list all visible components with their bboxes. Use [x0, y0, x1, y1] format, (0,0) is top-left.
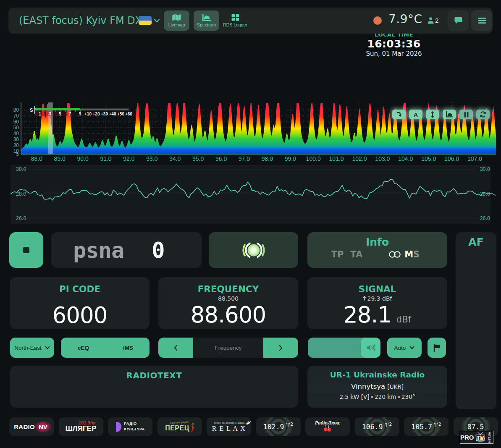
- s-meter-tick: +10: [84, 112, 92, 116]
- livemap-button[interactable]: Livemap: [164, 10, 189, 31]
- x-axis-label: 103.0: [375, 155, 390, 162]
- x-axis-label: 94.0: [169, 155, 181, 162]
- chat-button[interactable]: [448, 10, 469, 31]
- spectrum-label: Spectrum: [197, 22, 216, 27]
- area-chart-icon: [446, 111, 453, 118]
- listeners-count: 2: [427, 17, 438, 24]
- signal-y-label-left: 30.0: [16, 166, 26, 172]
- spectrum-chart[interactable]: 8070605040302010588.089.090.091.092.093.…: [0, 0, 501, 448]
- x-axis-label: 99.0: [285, 155, 296, 162]
- menu-icon: [478, 18, 486, 24]
- s-meter-tick: 3: [49, 112, 51, 116]
- auto-scale-button[interactable]: A: [409, 110, 422, 119]
- transmitter-count-icon: [385, 422, 389, 427]
- y-axis-label: 80: [13, 107, 19, 113]
- x-axis-label: 101.0: [329, 155, 344, 162]
- top-bar: (EAST focus) Kyiv FM DX 2 Livemap Spectr…: [8, 8, 493, 34]
- ukraine-flag-icon: [139, 16, 152, 25]
- letter-a-icon: A: [412, 112, 419, 118]
- signal-y-label-left: 28.0: [16, 191, 26, 197]
- protv-main: PRO TV: [460, 431, 486, 444]
- x-axis-label: 90.0: [77, 155, 89, 162]
- station-frequency: 105.7: [411, 423, 432, 431]
- cherries-icon: [322, 425, 333, 432]
- s-meter-tick: +40: [109, 112, 116, 116]
- station-frequency: 102.9: [263, 423, 284, 431]
- user-icon: [427, 17, 434, 24]
- rds-logger-button[interactable]: RDS Logger: [220, 10, 250, 31]
- shlyager-logo: 101.9fmШЛЯГЕР: [66, 421, 97, 432]
- clock-date: Sun, 01 Mar 2026: [352, 50, 436, 58]
- y-axis-label: 70: [13, 113, 19, 119]
- arrow-turn-down-icon: [396, 111, 402, 118]
- transmitter-count-icon: [434, 422, 438, 427]
- x-axis-label: 92.0: [123, 155, 134, 162]
- y-axis-label: 30: [13, 136, 19, 142]
- signal-line: [10, 179, 496, 200]
- tv-icon: TV: [475, 432, 486, 443]
- arrows-vertical-icon: [430, 111, 435, 118]
- kultura-icon: [115, 422, 121, 432]
- station-frequency: 87.5: [467, 423, 484, 431]
- refresh-button[interactable]: [476, 110, 490, 119]
- s-meter-tick: 5: [59, 112, 61, 116]
- y-axis-label: 40: [13, 131, 19, 136]
- x-axis-label: 104.0: [398, 155, 413, 162]
- relax-logo: легке та спокійне радіоR E L A X: [212, 422, 246, 432]
- x-axis-label: 91.0: [100, 155, 111, 162]
- vertical-scale-button[interactable]: [426, 110, 439, 119]
- pause-button[interactable]: [459, 110, 473, 119]
- transmitter-count: 2: [291, 422, 294, 427]
- x-axis-label: 88.0: [31, 155, 42, 162]
- s-meter-tick: 7: [69, 112, 71, 116]
- temperature: 7.9°C: [388, 12, 422, 26]
- livemap-label: Livemap: [168, 22, 185, 27]
- y-axis-label: 60: [13, 119, 19, 125]
- s-meter-tick: +30: [101, 112, 108, 116]
- x-axis-label: 105.0: [421, 155, 436, 162]
- menu-button[interactable]: [471, 10, 492, 31]
- protv-vertical-text: NET.UA: [488, 432, 491, 443]
- radio-nv-logo: RADIONV: [14, 423, 49, 431]
- protv-text: PRO: [460, 434, 474, 441]
- map-icon: [172, 14, 181, 21]
- area-chart-icon: [202, 14, 211, 21]
- x-axis-label: 97.0: [239, 155, 250, 162]
- signal-y-label-right: 28.0: [480, 191, 490, 197]
- server-title[interactable]: (EAST focus) Kyiv FM DX 2: [19, 15, 152, 26]
- spectrum-style-button[interactable]: [443, 110, 456, 119]
- radio-kultura-logo: РАДІОКУЛЬТУРА: [115, 421, 145, 432]
- y-axis-label: 50: [13, 125, 19, 131]
- protv-logo[interactable]: PRO TV NET.UA: [460, 431, 493, 444]
- pause-icon: [464, 112, 469, 118]
- clock-time: 16:03:36: [352, 38, 436, 50]
- x-axis-label: 107.0: [467, 155, 482, 162]
- chevron-down-icon[interactable]: [154, 18, 160, 23]
- x-axis-label: 89.0: [54, 155, 66, 162]
- table-icon: [231, 14, 239, 21]
- x-axis-label: 102.0: [352, 155, 367, 162]
- y-axis-label: 20: [13, 142, 19, 148]
- signal-y-label-right: 30.0: [480, 166, 490, 172]
- svg-text:TV: TV: [477, 435, 484, 441]
- svg-text:S: S: [30, 107, 33, 113]
- s-meter-tick: +50: [117, 112, 124, 116]
- s-meter-tick: 1: [39, 112, 41, 116]
- local-clock: LOCAL TIME 16:03:36 Sun, 01 Mar 2026: [352, 31, 436, 58]
- rds-logger-label: RDS Logger: [223, 22, 247, 27]
- listeners-number: 2: [435, 17, 438, 24]
- protv-side: NET.UA: [486, 431, 493, 444]
- x-axis-label: 96.0: [215, 155, 227, 162]
- spectrum-area: [21, 103, 496, 154]
- s-meter-tick: +20: [93, 112, 100, 116]
- scroll-to-peak-button[interactable]: [392, 110, 406, 119]
- svg-text:A: A: [414, 112, 418, 118]
- radio-lux-logo: РадіоЛюкс: [315, 420, 341, 433]
- x-axis-label: 100.0: [306, 155, 321, 162]
- bird-icon: [245, 420, 251, 426]
- x-axis-label: 98.0: [262, 155, 273, 162]
- chat-icon: [454, 17, 462, 24]
- transmitter-count: 2: [389, 422, 392, 427]
- spectrum-button[interactable]: Spectrum: [194, 10, 219, 31]
- s-meter-tick: 9: [79, 112, 81, 116]
